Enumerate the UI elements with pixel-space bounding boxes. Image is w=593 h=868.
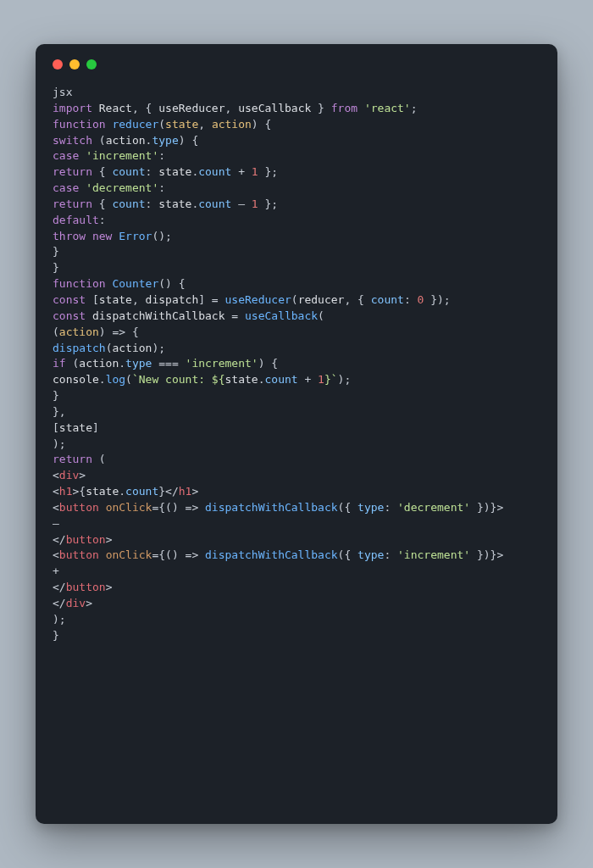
code-token: , xyxy=(225,102,239,114)
code-token: === xyxy=(152,357,185,370)
code-token: > xyxy=(191,485,198,498)
code-token: useCallback xyxy=(245,309,318,322)
code-token: case xyxy=(53,149,79,162)
code-line: const [state, dispatch] = useReducer(red… xyxy=(53,293,451,306)
code-token: count xyxy=(112,165,145,178)
code-token: ( xyxy=(291,293,298,306)
code-token: type xyxy=(152,134,178,147)
code-line: } xyxy=(53,389,59,402)
code-token: count xyxy=(198,165,231,178)
code-token: import xyxy=(53,102,92,114)
code-token: } xyxy=(53,245,59,258)
code-line: <button onClick={() => dispatchWithCallb… xyxy=(53,501,503,514)
code-line: (action) => { xyxy=(53,326,139,338)
code-token: : xyxy=(158,181,165,194)
zoom-icon[interactable] xyxy=(86,59,97,70)
code-token: state xyxy=(59,421,92,434)
code-token: }, xyxy=(53,405,66,418)
code-token xyxy=(79,149,86,162)
code-token: 1 xyxy=(318,373,324,386)
code-token: + xyxy=(53,565,59,577)
close-icon[interactable] xyxy=(53,59,63,70)
code-token: action xyxy=(112,342,152,354)
code-token xyxy=(92,102,99,114)
code-token: action xyxy=(106,134,146,147)
code-line: <div> xyxy=(53,469,86,481)
code-token: — xyxy=(53,517,59,530)
code-token: ({ xyxy=(338,548,357,561)
code-token: . xyxy=(99,373,106,386)
code-token: ( xyxy=(158,118,165,131)
code-line: import React, { useReducer, useCallback … xyxy=(53,102,418,114)
code-token: useReducer xyxy=(158,102,224,114)
code-token: < xyxy=(53,548,59,561)
code-token: button xyxy=(59,501,99,514)
code-token: const xyxy=(53,293,86,306)
code-token: . xyxy=(119,485,125,498)
code-token: < xyxy=(53,501,59,514)
code-token: count xyxy=(371,293,404,306)
code-token: React xyxy=(99,102,132,114)
code-token xyxy=(86,230,92,242)
code-token: ) { xyxy=(179,134,198,147)
code-token: : xyxy=(146,198,159,210)
code-line: dispatch(action); xyxy=(53,342,165,354)
code-token: button xyxy=(66,581,106,593)
code-token: `New count: ${ xyxy=(132,373,225,386)
code-line: case 'decrement': xyxy=(53,181,165,194)
code-token: count xyxy=(125,485,158,498)
code-token: console xyxy=(53,373,99,386)
code-token: 'react' xyxy=(364,102,411,114)
code-token: < xyxy=(53,485,59,498)
code-line: </div> xyxy=(53,597,92,609)
code-token: new xyxy=(92,230,112,242)
code-token: function xyxy=(53,118,106,131)
code-token: ); xyxy=(53,437,66,450)
code-token: ( xyxy=(92,453,106,465)
code-token: if xyxy=(53,357,66,370)
code-token: , xyxy=(198,118,212,131)
code-token: : xyxy=(384,501,397,514)
code-token: 'increment' xyxy=(186,357,258,370)
code-token: >{ xyxy=(72,485,86,498)
code-line: case 'increment': xyxy=(53,149,165,162)
code-line: default: xyxy=(53,214,106,226)
code-token: ) => { xyxy=(99,326,139,338)
code-token: state xyxy=(86,485,119,498)
code-token: Error xyxy=(119,230,152,242)
code-line: } xyxy=(53,629,59,642)
code-token: 'increment' xyxy=(397,548,470,561)
code-token: state xyxy=(158,165,191,178)
code-token: throw xyxy=(53,230,86,242)
code-token: ={() => xyxy=(152,501,205,514)
code-token: div xyxy=(59,469,79,481)
code-token: dispatch xyxy=(53,342,106,354)
code-token: } xyxy=(311,102,330,114)
code-token: button xyxy=(59,548,99,561)
code-line: function Counter() { xyxy=(53,277,186,290)
code-token: state xyxy=(165,118,198,131)
code-token: ); xyxy=(53,613,66,626)
code-token xyxy=(86,309,92,322)
code-token: [ xyxy=(53,421,59,434)
code-token: type xyxy=(357,548,384,561)
code-token: ); xyxy=(338,373,352,386)
minimize-icon[interactable] xyxy=(69,59,80,70)
code-line: </button> xyxy=(53,533,112,546)
code-token: useReducer xyxy=(225,293,291,306)
code-token: (); xyxy=(152,230,171,242)
code-token: : xyxy=(99,214,106,226)
code-token: h1 xyxy=(179,485,192,498)
code-line: const dispatchWithCallback = useCallback… xyxy=(53,309,324,322)
code-token: return xyxy=(53,198,92,210)
code-token xyxy=(99,501,106,514)
code-token: from xyxy=(331,102,357,114)
code-token: – xyxy=(231,198,251,210)
code-token: return xyxy=(53,453,92,465)
code-token: + xyxy=(231,165,251,178)
code-token: }); xyxy=(424,293,450,306)
code-token: return xyxy=(53,165,92,178)
code-token xyxy=(357,102,364,114)
code-token: ] xyxy=(92,421,99,434)
code-token: > xyxy=(79,469,86,481)
